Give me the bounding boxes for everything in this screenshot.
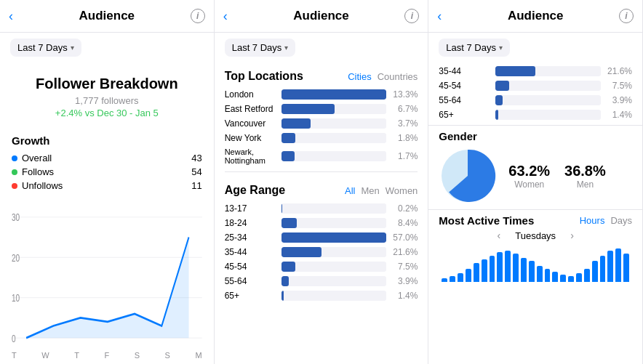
p3-age-55-64: 55-64 3.9% <box>428 93 642 108</box>
info-icon[interactable]: i <box>191 9 205 23</box>
bar-hour-8 <box>505 251 511 282</box>
gender-women: 63.2% Women <box>508 163 550 190</box>
bar-hour-2 <box>458 273 463 282</box>
bar-hour-3 <box>466 269 471 282</box>
follows-dot <box>12 169 17 175</box>
gender-men: 36.8% Men <box>564 163 606 190</box>
age-tabs: All Men Women <box>345 185 418 196</box>
location-east-retford: East Retford 6.7% <box>215 102 428 116</box>
chevron-down-icon-2: ▾ <box>284 44 288 52</box>
svg-text:20: 20 <box>12 252 20 264</box>
age-range-title: Age Range <box>225 184 286 197</box>
date-filter-panel3[interactable]: Last 7 Days ▾ <box>439 39 510 57</box>
bar-vancouver <box>281 118 387 129</box>
tab-days[interactable]: Days <box>610 215 632 226</box>
tab-cities[interactable]: Cities <box>348 71 372 82</box>
bar-hour-19 <box>592 261 598 282</box>
back-icon-3[interactable]: ‹ <box>437 9 442 24</box>
gender-pie-chart <box>439 147 497 205</box>
bar-hour-15 <box>560 275 566 282</box>
panel3-header: ‹ Audience i <box>428 0 642 33</box>
bar-london <box>281 89 387 100</box>
chevron-down-icon: ▾ <box>71 44 74 52</box>
bar-hour-13 <box>545 269 551 282</box>
tab-countries[interactable]: Countries <box>378 71 418 82</box>
women-pct: 63.2% <box>508 163 550 179</box>
age-25-34: 25-34 57.0% <box>215 230 428 245</box>
bar-hour-21 <box>607 251 613 282</box>
info-icon-3[interactable]: i <box>619 9 634 23</box>
bar-hour-18 <box>584 269 590 282</box>
tab-hours[interactable]: Hours <box>580 215 605 226</box>
panel3-title: Audience <box>508 9 564 23</box>
follower-section: Follower Breakdown 1,777 followers +2.4%… <box>0 62 214 127</box>
gender-content: 63.2% Women 36.8% Men <box>439 147 632 205</box>
panel-gender-active-times: ‹ Audience i Last 7 Days ▾ 35-44 21.6% 4… <box>428 0 643 364</box>
panel-locations-age: ‹ Audience i Last 7 Days ▾ Top Locations… <box>215 0 429 364</box>
bar-hour-20 <box>600 256 606 282</box>
age-55-64: 55-64 3.9% <box>215 274 428 288</box>
p3-age-45-54: 45-54 7.5% <box>428 78 642 93</box>
p3-age-65plus: 65+ 1.4% <box>428 108 642 122</box>
location-newark: Newark, Nottingham 1.7% <box>215 145 428 167</box>
men-pct: 36.8% <box>564 163 606 179</box>
age-13-17: 13-17 0.2% <box>215 201 428 216</box>
growth-item-follows: Follows 54 <box>12 166 202 177</box>
tab-men[interactable]: Men <box>361 185 379 196</box>
back-icon-2[interactable]: ‹ <box>223 9 228 24</box>
bar-hour-11 <box>529 261 535 282</box>
bar-hour-0 <box>442 278 447 282</box>
age-45-54: 45-54 7.5% <box>215 259 428 274</box>
top-locations-header: Top Locations Cities Countries <box>215 62 428 87</box>
svg-text:30: 30 <box>12 212 20 224</box>
growth-chart: 30 20 10 0 <box>0 201 214 351</box>
bar-hour-16 <box>568 276 574 282</box>
location-london: London 13.3% <box>215 87 428 102</box>
bar-newark <box>281 151 387 161</box>
growth-item-overall: Overall 43 <box>12 153 202 163</box>
day-navigation: ‹ Tuesdays › <box>439 230 632 241</box>
bar-hour-10 <box>521 258 527 282</box>
panel2-scroll: Top Locations Cities Countries London 13… <box>215 62 428 364</box>
current-day: Tuesdays <box>515 230 556 241</box>
bar-hour-17 <box>576 273 582 282</box>
hourly-bar-chart <box>439 246 632 282</box>
panel2-title: Audience <box>293 9 349 23</box>
bar-new-york <box>281 133 387 143</box>
bar-east-retford <box>281 104 387 114</box>
date-filter-panel1[interactable]: Last 7 Days ▾ <box>10 39 81 57</box>
location-vancouver: Vancouver 3.7% <box>215 116 428 131</box>
bar-hour-6 <box>490 256 495 282</box>
bar-hour-9 <box>513 254 519 282</box>
info-icon-2[interactable]: i <box>404 9 419 23</box>
growth-title: Growth <box>12 134 202 147</box>
bar-hour-7 <box>497 252 503 282</box>
active-time-tabs: Hours Days <box>580 215 632 226</box>
unfollows-dot <box>12 183 17 189</box>
prev-day-icon[interactable]: ‹ <box>498 230 501 241</box>
panel2-header: ‹ Audience i <box>215 0 428 33</box>
date-filter-panel2[interactable]: Last 7 Days ▾ <box>225 39 296 57</box>
panel3-age-section: 35-44 21.6% 45-54 7.5% 55-64 3.9% 65+ <box>428 62 642 125</box>
next-day-icon[interactable]: › <box>570 230 574 241</box>
panel1-header: ‹ Audience i <box>0 0 214 33</box>
age-65plus: 65+ 1.4% <box>215 288 428 303</box>
most-active-title: Most Active Times <box>439 214 534 227</box>
chevron-down-icon-3: ▾ <box>499 44 503 52</box>
follower-breakdown-title: Follower Breakdown <box>12 76 202 92</box>
panel-follower-breakdown: ‹ Audience i Last 7 Days ▾ Follower Brea… <box>0 0 215 364</box>
bar-hour-5 <box>482 259 487 282</box>
back-icon[interactable]: ‹ <box>9 9 13 24</box>
follower-count: 1,777 followers <box>12 95 202 106</box>
bar-hour-14 <box>552 272 558 282</box>
tab-women[interactable]: Women <box>386 185 418 196</box>
chart-x-labels: T W T F S S M <box>0 351 214 364</box>
tab-all[interactable]: All <box>345 185 355 196</box>
age-35-44: 35-44 21.6% <box>215 245 428 259</box>
most-active-header: Most Active Times Hours Days <box>439 214 632 227</box>
location-new-york: New York 1.8% <box>215 131 428 145</box>
bar-hour-22 <box>615 248 621 282</box>
growth-section: Growth Overall 43 Follows 54 Unfollows 1… <box>0 127 214 201</box>
follower-change: +2.4% vs Dec 30 - Jan 5 <box>12 108 202 118</box>
age-18-24: 18-24 8.4% <box>215 216 428 230</box>
